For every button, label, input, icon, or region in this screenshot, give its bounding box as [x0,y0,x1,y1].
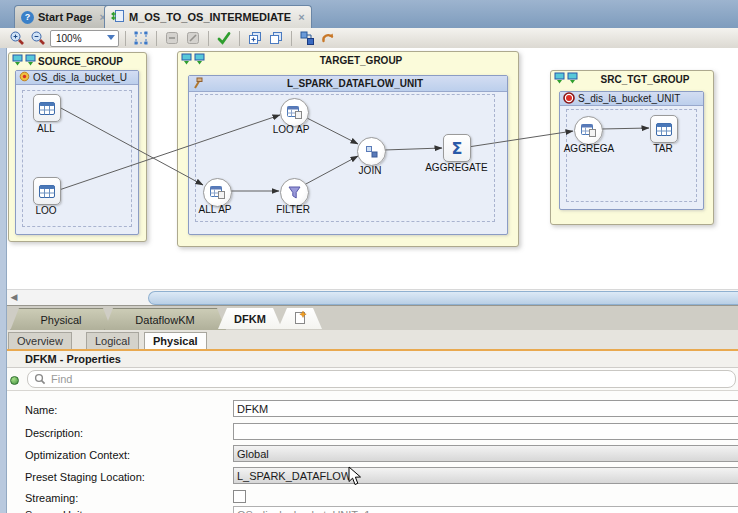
expand-icon-disabled [184,30,202,47]
collapse-icon-disabled [163,30,181,47]
tab-physical-km[interactable]: Physical [10,308,112,331]
tab-new-page[interactable] [278,308,322,329]
node-label: ALL AP [184,204,246,215]
node-label: ALL [24,123,68,134]
node-label: TAR [637,143,689,154]
copy-icon[interactable] [267,30,285,47]
name-field[interactable]: DFKM [233,400,738,417]
datastore-node-all[interactable] [33,94,61,122]
mapping-canvas[interactable]: SOURCE_GROUP OS_dis_la_bucket_U [0,48,738,293]
tab-dataflowkm[interactable]: DataflowKM [104,308,226,331]
execution-unit-group-icon [181,53,192,67]
field-label: Streaming: [25,492,78,504]
unit-title: OS_dis_la_bucket_U [33,72,127,83]
scroll-left-icon[interactable]: ◀ [8,291,20,303]
properties-header: DFKM - Properties [0,351,738,368]
sync-icon[interactable] [298,30,316,47]
find-input[interactable]: Find [27,370,736,388]
streaming-checkbox[interactable] [233,490,246,503]
hammer-icon [192,77,203,91]
chevron-down-icon [107,35,115,40]
mapping-icon [111,9,125,25]
tab-dfkm[interactable]: DFKM [218,308,282,329]
join-icon [365,145,378,158]
tab-label: M_OS_TO_OS_INTERMEDIATE [129,11,291,23]
node-label: JOIN [339,165,401,176]
access-point-icon [581,124,596,137]
access-point-node-all-ap[interactable] [203,178,232,207]
horizontal-scrollbar[interactable]: ◀ [7,289,738,306]
access-point-node-aggregate[interactable] [574,116,603,145]
description-field[interactable] [233,423,738,440]
execution-unit-group-icon [567,72,578,86]
zoom-level-select[interactable]: 100% [50,30,119,47]
optimization-context-select[interactable]: Global [233,445,738,462]
access-point-icon [210,186,225,199]
splitter-strip[interactable] [0,48,7,513]
undo-icon[interactable] [319,30,337,47]
close-icon[interactable]: × [298,11,304,23]
aggregate-node[interactable]: Σ [443,134,471,162]
field-label: Source Units: [25,509,91,513]
node-label: FILTER [262,204,324,215]
access-point-node-loo-ap[interactable] [280,98,309,127]
tab-label: Start Page [38,11,92,23]
help-icon: ? [21,11,34,24]
tab-label: DFKM [234,313,266,325]
node-label: LOO AP [260,124,322,135]
tab-label: Physical [153,335,198,347]
node-label: AGGREGA [561,143,617,154]
datastore-node-tar[interactable] [650,115,678,143]
group-title: SOURCE_GROUP [38,56,123,67]
tab-label: DataflowKM [135,314,194,326]
preset-staging-location-select[interactable]: L_SPARK_DATAFLOW [233,467,738,484]
node-label: AGGREGATE [414,162,499,173]
field-label: Name: [25,404,57,416]
properties-panel: DFKM - Properties Find Name: DFKM Descri… [0,349,738,513]
tab-overview[interactable]: Overview [8,332,72,349]
execution-unit-group-icon [554,72,565,86]
datastore-icon [39,102,55,115]
zoom-in-icon[interactable] [8,30,26,47]
editor-tab-bar: Physical DataflowKM DFKM [0,305,738,331]
aggregate-icon: Σ [452,139,463,158]
field-label: Preset Staging Location: [25,471,145,483]
filter-node[interactable] [280,178,309,207]
tab-logical[interactable]: Logical [86,332,139,349]
zoom-level-value: 100% [56,33,82,44]
tab-label: Overview [17,335,63,347]
diagram-toolbar: 100% [0,28,738,49]
document-tab-bar: ? Start Page × M_OS_TO_OS_INTERMEDIATE × [0,0,738,29]
unit-title: L_SPARK_DATAFLOW_UNIT [206,78,504,89]
status-dot-icon [10,376,19,385]
tab-start-page[interactable]: ? Start Page × [14,5,113,28]
execution-unit-group-icon [194,53,205,67]
join-node[interactable] [357,137,386,166]
field-label: Description: [25,427,83,439]
scrollbar-thumb[interactable] [148,291,738,305]
group-title: SRC_TGT_GROUP [580,74,710,85]
record-icon [563,92,575,106]
tab-label: Logical [95,335,130,347]
properties-title: DFKM - Properties [25,353,121,365]
duplicate-icon[interactable] [246,30,264,47]
application-window: ? Start Page × M_OS_TO_OS_INTERMEDIATE × [0,0,738,513]
unit-title: S_dis_la_bucket_UNIT [578,93,680,104]
marquee-select-icon[interactable] [132,30,150,47]
access-point-icon [287,106,302,119]
tab-physical-view[interactable]: Physical [144,332,207,349]
tab-mapping[interactable]: M_OS_TO_OS_INTERMEDIATE × [104,5,312,28]
unit-badge-icon [19,71,30,84]
node-label: LOO [24,205,68,216]
view-tab-bar: Overview Logical Physical [0,330,738,350]
zoom-out-icon[interactable] [29,30,47,47]
datastore-icon [656,123,672,136]
find-placeholder: Find [51,373,72,385]
datastore-icon [39,185,55,198]
field-label: Optimization Context: [25,449,130,461]
datastore-node-loo[interactable] [33,177,61,205]
validate-icon[interactable] [215,30,233,47]
filter-icon [288,186,301,199]
tab-label: Physical [41,314,82,326]
find-row: Find [0,368,738,391]
